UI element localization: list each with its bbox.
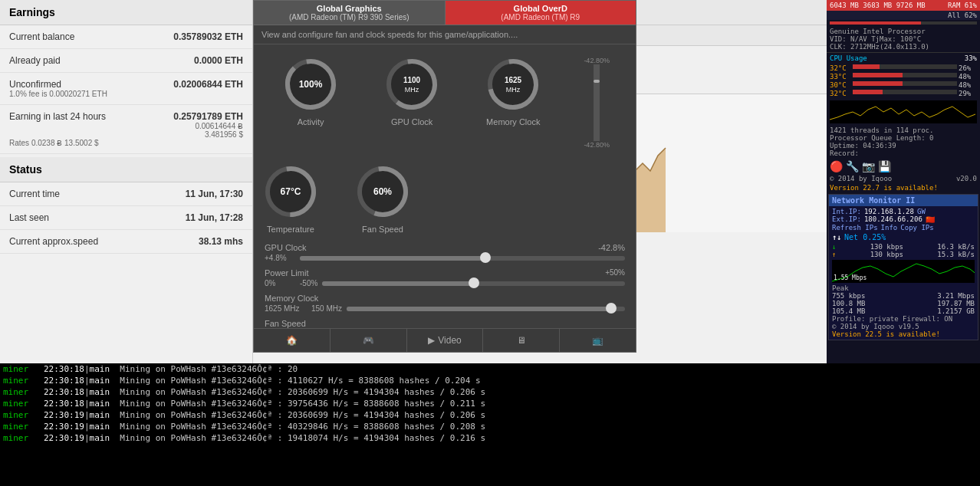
hw-copyright-text: © 2014 by Iqooo (830, 175, 892, 182)
nm-up-cur: 130 kbps (870, 251, 903, 258)
nav-video[interactable]: ▶ Video (407, 329, 484, 352)
svg-text:1625: 1625 (505, 76, 522, 84)
mem-clock-label: Memory Clock (482, 117, 544, 126)
all-pct-row: All 62% (827, 11, 980, 20)
nm-net-icon: ↑↓ (832, 233, 841, 241)
svg-text:MHz: MHz (506, 86, 521, 94)
gpu-description: View and configure fan and clock speeds … (254, 25, 636, 44)
nm-flag: 🇨🇳 (926, 215, 935, 224)
processor-vid: VID: N/AV TjMax: 100°C (830, 35, 977, 43)
unconfirmed-sub: 1.0% fee is 0.00020271 ETH (9, 90, 243, 98)
nav-gamepad[interactable]: 🎮 (331, 329, 407, 352)
cpu-graph-svg (830, 100, 977, 123)
terminal-line-5: miner 22:30:19|main Mining on PoWHash #1… (0, 421, 980, 432)
core-pct-1: 48% (959, 73, 977, 80)
svg-text:60%: 60% (373, 186, 392, 197)
icon-row: 🔴 🔧 📷 💾 (827, 159, 980, 174)
gpu-clock-pct-label: -42.8% (598, 243, 625, 252)
cpu-graph (830, 100, 977, 123)
power-limit-val: 0% (265, 279, 295, 287)
terminal-line-1: miner 22:30:18|main Mining on PoWHash #1… (0, 375, 980, 386)
gauges-top-row: 100% Activity 1100 MHz GPU Clock (254, 44, 636, 161)
power-limit-slider-row: Power Limit +50% 0% -50% (265, 268, 625, 287)
svg-text:1100: 1100 (403, 76, 421, 84)
core-pct-2: 48% (959, 81, 977, 89)
power-limit-label: Power Limit (265, 268, 308, 277)
nm-peak-vals: 755 kbps 3.21 Mbps (832, 292, 975, 300)
last-seen-value: 11 Jun, 17:28 (186, 212, 243, 223)
core-bar-0 (853, 64, 880, 69)
mem-clock-gauge-svg: 1625 MHz (482, 54, 544, 115)
nm-copy-link[interactable]: Copy IPs (900, 224, 933, 232)
terminal-line-6: miner 22:30:19|main Mining on PoWHash #1… (0, 432, 980, 444)
gpu-header: Global Graphics (AMD Radeon (TM) R9 390 … (254, 1, 636, 25)
gpu-title: Global Graphics (260, 4, 439, 13)
net-monitor-panel: Network Monitor II Int.IP: 192.168.1.28 … (828, 194, 978, 340)
approx-speed-value: 38.13 mhs (199, 236, 243, 247)
core-temp-3: 32°C (830, 90, 851, 97)
terminal-line-3: miner 22:30:18|main Mining on PoWHash #1… (0, 398, 980, 409)
overdrive-sub: (AMD Radeon (TM) R9 (452, 13, 630, 21)
display-icon: 📺 (592, 335, 603, 346)
hw-icon2: 🔧 (846, 160, 859, 172)
unconfirmed-label: Unconfirmed (9, 79, 61, 90)
play-icon: ▶ (428, 335, 435, 346)
nm-body: Int.IP: 192.168.1.28 GW Ext.IP: 180.246.… (829, 206, 978, 340)
gpu-clock-track[interactable] (300, 256, 625, 261)
hw-version-available: Version 22.7 is available! (827, 183, 980, 192)
hw-copyright: © 2014 by Iqooo v20.0 (827, 174, 980, 183)
gamepad-icon: 🎮 (363, 335, 374, 346)
terminal-line-2: miner 22:30:18|main Mining on PoWHash #1… (0, 386, 980, 398)
mem-clock-slider-row: Memory Clock 1625 MHz 150 MHz (265, 294, 625, 313)
power-limit-thumb[interactable] (469, 277, 479, 288)
hwinfo-panel: 6043 MB 3683 MB 9726 MB RAM 61% All 62% … (827, 0, 980, 363)
core-bar-2 (853, 81, 903, 86)
nm-info-link[interactable]: Info (881, 224, 898, 232)
cpu-usage-row: CPU Usage 33% (827, 53, 980, 64)
power-limit-pct-left: -50% (300, 279, 317, 287)
scale-indicator: -42.80% -42.80% (584, 54, 610, 152)
core-pct-0: 26% (959, 64, 977, 72)
monitor-icon: 🖥 (517, 335, 526, 346)
current-time-label: Current time (9, 189, 60, 199)
hw-icon3: 📷 (862, 160, 875, 172)
current-time-value: 11 Jun, 17:30 (186, 189, 243, 199)
nav-display[interactable]: 📺 (560, 329, 636, 352)
nav-monitor[interactable]: 🖥 (483, 329, 560, 352)
gpu-panel: Global Graphics (AMD Radeon (TM) R9 390 … (253, 0, 636, 353)
gpu-clock-thumb[interactable] (480, 252, 491, 263)
gauges-bottom-row: 67°C Temperature 60% Fan Speed (254, 161, 636, 240)
ram-bar-fill (830, 21, 921, 25)
fan-speed-label: Fan Speed (352, 225, 413, 234)
processor-info: Genuine Intel Processor VID: N/AV TjMax:… (827, 26, 980, 53)
nm-title: Network Monitor II (829, 195, 978, 206)
nm-cur-down: 100.8 MB (832, 300, 865, 307)
earning-24h-label: Earning in last 24 hours (9, 111, 106, 122)
ram-pct-right: RAM 61% (948, 2, 977, 9)
nm-int-label: Int.IP: (832, 208, 861, 215)
nm-refresh-link[interactable]: Refresh IPs (832, 224, 878, 232)
nm-current-vals: 100.8 MB 197.87 MB (832, 300, 975, 307)
nm-speed-graph: 1.55 Mbps (832, 260, 975, 283)
gpu-clock-slider-label: GPU Clock (265, 243, 306, 252)
nm-peak-row: Peak (832, 284, 975, 292)
activity-label: Activity (280, 117, 341, 126)
temp-label: Temperature (260, 225, 321, 234)
temp-gauge: 67°C Temperature (260, 161, 321, 234)
mem-clock-thumb[interactable] (606, 303, 617, 314)
nav-home[interactable]: 🏠 (254, 329, 331, 352)
nm-gw-label: GW (917, 208, 926, 215)
threads-info: 1421 threads in 114 proc. Processor Queu… (827, 125, 980, 159)
hw-version: v20.0 (956, 175, 977, 182)
gpu-nav-bar: 🏠 🎮 ▶ Video 🖥 📺 (254, 328, 636, 352)
unconfirmed-row: Unconfirmed 0.02006844 ETH 1.0% fee is 0… (0, 73, 252, 105)
mem-clock-track[interactable] (347, 307, 625, 311)
svg-text:MHz: MHz (405, 86, 419, 94)
cpu-cores: 32°C 26% 33°C 48% 30°C (827, 64, 980, 99)
gpu-clock-gauge: 1100 MHz GPU Clock (381, 54, 442, 152)
power-limit-track[interactable] (322, 281, 625, 286)
mem-clock-150: 150 MHz (311, 304, 342, 313)
home-icon: 🏠 (286, 335, 298, 346)
earning-usd: 3.481956 $ (205, 130, 243, 139)
current-balance-row: Current balance 0.35789032 ETH (0, 25, 252, 49)
